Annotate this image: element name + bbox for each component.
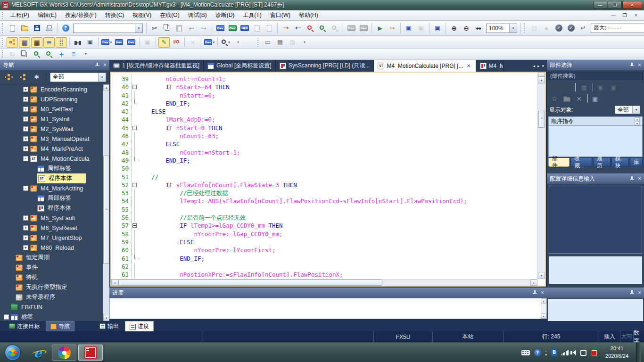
open-project-button[interactable]	[19, 23, 30, 33]
menu--F-[interactable]: 搜索/替换(F)	[61, 10, 101, 20]
menu--H-[interactable]: 帮助(H)	[295, 10, 322, 20]
find-button[interactable]	[72, 37, 83, 48]
tree-item--[interactable]: 局部标签	[0, 193, 103, 203]
tab-scroll-left-icon[interactable]: ◂	[533, 64, 535, 68]
editor-vertical-scrollbar[interactable]: ▲ ▼	[537, 73, 545, 279]
overflow-row3-button[interactable]: ▾	[80, 49, 91, 59]
module-diagnostics-button[interactable]: ▥	[287, 37, 298, 48]
code-area[interactable]: 39 nCount:=nCount+1;40 IF nStart>=64 THE…	[111, 73, 537, 279]
tree-item-M2_SysWait[interactable]: +M2_SysWait	[0, 124, 103, 134]
find-next-button[interactable]	[329, 23, 340, 33]
tree-item-M4_MotionCalcula[interactable]: -STM4_MotionCalcula	[0, 154, 103, 164]
tree-expander-icon[interactable]: -	[4, 314, 9, 320]
element-tab-[interactable]: 部件...	[548, 158, 570, 167]
tab-list-icon[interactable]: ▾	[542, 64, 544, 68]
config-input-area[interactable]	[549, 256, 642, 284]
scroll-down-icon[interactable]: ▼	[541, 313, 546, 319]
chevron-down-icon[interactable]: ▾	[509, 24, 517, 33]
tree-item-FB-FUN[interactable]: FB/FUN	[0, 302, 103, 312]
pin-icon[interactable]	[630, 176, 634, 181]
copy-button[interactable]	[161, 23, 173, 33]
parts-filter-window-button[interactable]: ▣▾	[591, 94, 602, 103]
convert-all-button[interactable]	[19, 49, 30, 59]
close-icon[interactable]: ×	[103, 62, 107, 68]
parts-window-button[interactable]: ▣▾	[596, 82, 607, 92]
taskbar-360-browser[interactable]	[52, 345, 76, 361]
tree-item--[interactable]: 恒定周期	[0, 253, 103, 263]
convert-button[interactable]: ↻	[7, 49, 18, 59]
instruction-list[interactable]	[548, 126, 643, 157]
tab-scroll-right-icon[interactable]: ▸	[537, 64, 540, 68]
tree-item--[interactable]: ST程序本体	[0, 173, 103, 183]
tree-expander-icon[interactable]: -	[23, 156, 28, 161]
undo-button[interactable]: ↩	[186, 23, 197, 33]
overflow-row2b-button[interactable]: ▾	[299, 37, 310, 48]
network-signal-icon[interactable]	[561, 350, 569, 355]
safely-remove-icon[interactable]	[580, 350, 586, 356]
tree-collapse-all-button[interactable]	[16, 72, 29, 82]
tree-item--[interactable]: 局部标签	[0, 164, 103, 173]
tree-item--[interactable]: 程序本体	[0, 203, 103, 213]
progress-scrollbar[interactable]: ▲ ▼	[541, 298, 546, 319]
menu--W-[interactable]: 窗口(W)	[266, 10, 295, 20]
scroll-up-icon[interactable]: ▲	[103, 84, 109, 90]
taskbar-clock[interactable]: 20:41 2020/6/24	[602, 345, 632, 360]
paste-button[interactable]	[173, 23, 185, 33]
parts-table-button[interactable]: ▦	[579, 82, 589, 92]
device-memory-table-button[interactable]: Dev	[113, 37, 124, 48]
tree-expander-icon[interactable]: +	[23, 97, 28, 102]
scrollbar-thumb[interactable]	[538, 111, 545, 128]
tree-item--[interactable]: 无执行类型指定	[0, 282, 103, 292]
mdi-restore-button[interactable]: ❐	[620, 12, 629, 19]
tree-expander-icon[interactable]: +	[23, 235, 28, 240]
st-editor[interactable]: 39 nCount:=nCount+1;40 IF nStart>=64 THE…	[110, 72, 546, 287]
device-display-hex-button[interactable]: HEX	[239, 23, 250, 33]
tree-item-M3_ManualOperat[interactable]: +M3_ManualOperat	[0, 134, 103, 144]
zoom-out-button[interactable]: ⊖	[461, 23, 472, 33]
program-verify-button[interactable]: ✓	[565, 23, 577, 33]
element-search-input[interactable]: (部件搜索)	[548, 72, 643, 80]
parts-find-button[interactable]	[549, 82, 560, 92]
menu--V-[interactable]: 视图(V)	[128, 10, 156, 20]
tab-m4-markactting[interactable]: M4_M	[476, 60, 504, 72]
tree-item-M6_SysReset[interactable]: +M6_SysReset	[0, 223, 103, 233]
mdi-minimize-button[interactable]: —	[609, 12, 618, 19]
editor-horizontal-scrollbar[interactable]: ◂ ▸	[111, 279, 537, 286]
help-tray-icon[interactable]: ?	[534, 349, 541, 356]
menu--P-[interactable]: 工程(P)	[6, 10, 33, 20]
device-display-eye-button[interactable]: Dev▾	[204, 37, 215, 48]
call-tree-button[interactable]: ↪	[387, 23, 398, 33]
navigation-window-button[interactable]	[7, 37, 18, 48]
fold-margin[interactable]	[131, 83, 137, 91]
multiple-comments-button[interactable]: ▤	[528, 23, 540, 33]
print-button[interactable]	[43, 23, 55, 33]
tab-output[interactable]: 输出	[95, 321, 123, 331]
pin-icon[interactable]	[630, 290, 634, 295]
tree-item--[interactable]: 待机	[0, 272, 103, 282]
edit-comment-button[interactable]: ≣	[68, 49, 79, 59]
menu--B-[interactable]: 调试(B)	[184, 10, 211, 20]
parts-find-next-button[interactable]	[561, 82, 572, 92]
module-configuration-button[interactable]: ▦	[19, 37, 30, 48]
tree-expander-icon[interactable]: +	[23, 116, 28, 122]
tree-expander-icon[interactable]: +	[23, 146, 28, 151]
tab-global-label[interactable]: Global [全局标签设置]	[204, 60, 276, 72]
fold-margin[interactable]	[131, 181, 137, 189]
spin-down-icon[interactable]: ▼	[635, 122, 640, 125]
taskbar-internet-explorer[interactable]: e	[25, 345, 50, 361]
close-icon[interactable]: ×	[638, 176, 641, 181]
element-tab-[interactable]: 库	[630, 158, 643, 167]
parameter-setting-button[interactable]: ▦	[31, 37, 42, 48]
close-button[interactable]: ✕	[622, 1, 642, 9]
close-tab-icon[interactable]: ✕	[466, 63, 472, 69]
tab-navigation[interactable]: 导航	[46, 321, 74, 331]
comment-block-button[interactable]: ▪	[541, 23, 552, 33]
open-window-blue-button[interactable]: ▣	[403, 23, 414, 33]
keyboard-tray-icon[interactable]	[521, 350, 530, 355]
zoom-level-combo[interactable]: 100%▾	[486, 24, 517, 33]
instruction-list-header[interactable]: 顺序指令 ▲▼	[548, 116, 643, 126]
tree-item-UDPScanning[interactable]: +UDPScanning	[0, 94, 103, 104]
device-find-button[interactable]	[305, 23, 316, 33]
favorite-star-button[interactable]: ☆	[549, 94, 560, 103]
instruction-find-button[interactable]	[317, 23, 328, 33]
